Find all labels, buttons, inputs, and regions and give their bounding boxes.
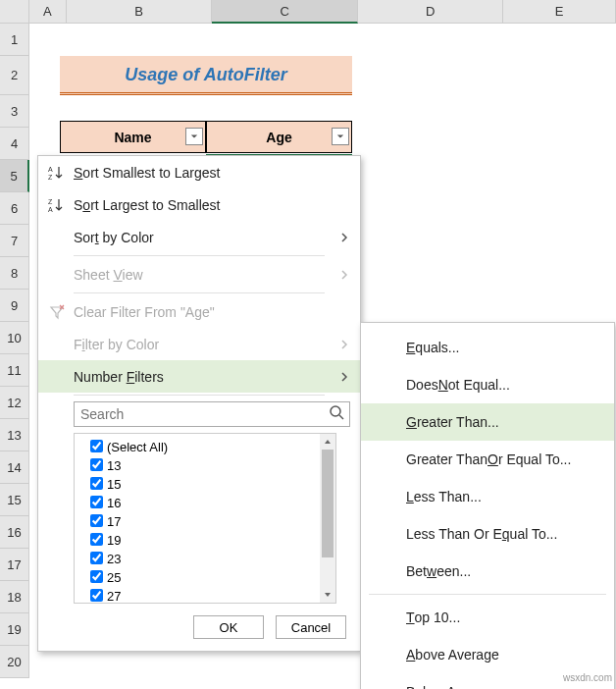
number-filters-label: Number Filters <box>74 369 164 385</box>
row-header[interactable]: 8 <box>0 257 29 290</box>
scroll-thumb[interactable] <box>322 450 334 557</box>
row-header[interactable]: 17 <box>0 549 29 581</box>
header-cell-name[interactable]: Name <box>60 121 206 153</box>
row-header[interactable]: 13 <box>0 419 29 451</box>
separator <box>74 292 325 293</box>
chevron-right-icon <box>340 337 348 352</box>
row-header[interactable]: 6 <box>0 192 29 225</box>
value-checkbox[interactable]: 19 <box>90 531 316 550</box>
dialog-buttons: OK Cancel <box>38 615 346 639</box>
select-all-checkbox[interactable]: (Select All) <box>90 438 316 456</box>
watermark: wsxdn.com <box>563 672 612 683</box>
filter-button-age[interactable] <box>332 128 349 145</box>
value-checkbox[interactable]: 25 <box>90 568 316 587</box>
sort-asc-icon: AZ <box>46 164 68 182</box>
row-header[interactable]: 3 <box>0 95 29 128</box>
svg-text:A: A <box>48 206 53 213</box>
row-header[interactable]: 14 <box>0 451 29 484</box>
sheet-view-label: Sheet View <box>74 267 143 283</box>
scrollbar[interactable] <box>320 434 335 603</box>
value-checkbox[interactable]: 17 <box>90 512 316 531</box>
clear-filter-icon <box>46 304 68 320</box>
header-cell-age[interactable]: Age <box>206 121 352 153</box>
search-icon <box>329 404 346 425</box>
row-header[interactable]: 18 <box>0 581 29 613</box>
filter-between[interactable]: Between... <box>361 553 614 590</box>
row-header[interactable]: 20 <box>0 646 29 678</box>
value-checkbox[interactable]: 15 <box>90 475 316 494</box>
row-header[interactable]: 19 <box>0 613 29 646</box>
sort-desc-icon: ZA <box>46 196 68 214</box>
row-header[interactable]: 16 <box>0 516 29 549</box>
sort-ascending[interactable]: AZ Sort Smallest to Largest <box>38 156 360 188</box>
row-header[interactable]: 12 <box>0 387 29 419</box>
select-all-corner[interactable] <box>0 0 29 24</box>
filter-equals[interactable]: Equals... <box>361 329 614 366</box>
header-age-label: Age <box>266 130 291 145</box>
col-header-D[interactable]: D <box>358 0 504 24</box>
sort-asc-label: Sort Smallest to Largest <box>74 165 220 181</box>
svg-text:Z: Z <box>48 198 53 205</box>
sheet-view: Sheet View <box>38 258 360 291</box>
number-filters[interactable]: Number Filters <box>38 360 360 393</box>
row-header[interactable]: 2 <box>0 56 29 95</box>
filter-color-label: Filter by Color <box>74 337 159 352</box>
value-checkbox[interactable]: 27 <box>90 587 316 603</box>
row-header[interactable]: 5 <box>0 160 29 192</box>
row-headers-col: 1 2 3 4 5 6 7 8 9 10 11 12 13 14 15 16 1… <box>0 24 29 678</box>
autofilter-dropdown: AZ Sort Smallest to Largest ZA Sort Larg… <box>37 155 361 652</box>
scroll-down-icon[interactable] <box>320 587 335 603</box>
scroll-up-icon[interactable] <box>320 434 335 450</box>
col-header-B[interactable]: B <box>67 0 213 24</box>
search-input[interactable] <box>74 401 350 427</box>
filter-button-name[interactable] <box>185 128 203 145</box>
filter-gte[interactable]: Greater Than Or Equal To... <box>361 441 614 478</box>
filter-values-list: (Select All) 13 15 16 17 19 23 25 27 32 <box>74 433 336 604</box>
row-header[interactable]: 1 <box>0 24 29 56</box>
sort-desc-label: Sort Largest to Smallest <box>74 197 220 213</box>
filter-top10[interactable]: Top 10... <box>361 599 614 636</box>
row-header[interactable]: 11 <box>0 354 29 387</box>
filter-by-color: Filter by Color <box>38 328 360 360</box>
chevron-right-icon <box>340 230 348 245</box>
svg-text:A: A <box>48 166 53 173</box>
value-checkbox[interactable]: 13 <box>90 456 316 475</box>
ok-button[interactable]: OK <box>193 615 264 639</box>
col-header-C[interactable]: C <box>212 0 358 24</box>
separator <box>74 395 325 396</box>
col-header-E[interactable]: E <box>503 0 616 24</box>
filter-greater-than[interactable]: Greater Than... <box>361 403 614 441</box>
col-header-A[interactable]: A <box>29 0 67 24</box>
checkbox-list[interactable]: (Select All) 13 15 16 17 19 23 25 27 32 <box>75 434 320 603</box>
filter-above-avg[interactable]: Above Average <box>361 636 614 673</box>
sort-color-label: Sort by Color <box>74 230 154 245</box>
value-checkbox[interactable]: 16 <box>90 494 316 512</box>
row-header[interactable]: 10 <box>0 322 29 354</box>
title-cell: Usage of AutoFilter <box>60 56 352 95</box>
search-wrap <box>74 401 350 427</box>
filter-less-than[interactable]: Less Than... <box>361 478 614 515</box>
sort-by-color[interactable]: Sort by Color <box>38 221 360 253</box>
separator <box>369 594 606 595</box>
row-header[interactable]: 7 <box>0 225 29 257</box>
sort-descending[interactable]: ZA Sort Largest to Smallest <box>38 188 360 221</box>
number-filters-submenu: Equals... Does Not Equal... Greater Than… <box>360 322 615 689</box>
svg-point-4 <box>331 406 340 416</box>
svg-text:Z: Z <box>48 174 53 181</box>
column-headers-row: A B C D E <box>0 0 616 24</box>
row-header[interactable]: 4 <box>0 128 29 160</box>
chevron-right-icon <box>340 369 348 385</box>
filter-lte[interactable]: Less Than Or Equal To... <box>361 515 614 553</box>
separator <box>74 255 325 256</box>
chevron-right-icon <box>340 267 348 283</box>
clear-filter-label: Clear Filter From "Age" <box>74 304 215 320</box>
row-header[interactable]: 15 <box>0 484 29 516</box>
cancel-button[interactable]: Cancel <box>276 615 346 639</box>
header-name-label: Name <box>114 130 151 145</box>
value-checkbox[interactable]: 23 <box>90 550 316 568</box>
clear-filter: Clear Filter From "Age" <box>38 295 360 328</box>
filter-not-equal[interactable]: Does Not Equal... <box>361 366 614 403</box>
row-header[interactable]: 9 <box>0 290 29 322</box>
